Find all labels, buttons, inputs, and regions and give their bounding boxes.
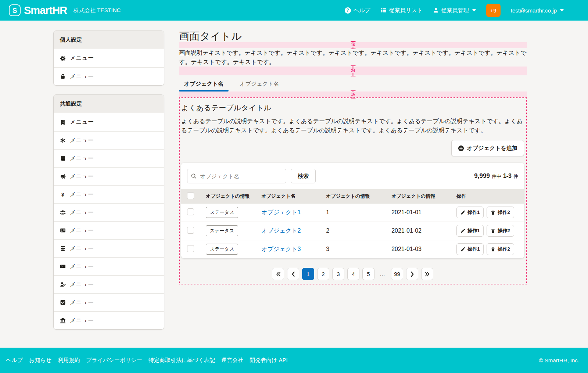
tab-object-1[interactable]: オブジェクト名	[179, 75, 229, 92]
status-badge: ステータス	[206, 207, 238, 218]
table-section-description: よくあるテーブルの説明テキストです。よくあるテーブルの説明テキストです。よくある…	[181, 116, 524, 135]
common-table-section: よくあるテーブルタイトル よくあるテーブルの説明テキストです。よくあるテーブルの…	[179, 97, 527, 284]
page-title: 画面タイトル	[179, 31, 527, 42]
sidebar-section-title: 個人設定	[54, 31, 164, 49]
sidebar-item-menu[interactable]: メニュー	[54, 275, 164, 293]
action2-button[interactable]: 操作2	[487, 225, 514, 237]
prev-page-button[interactable]	[287, 268, 299, 280]
sidebar-section-title: 共通設定	[54, 95, 164, 113]
sidebar-item-menu[interactable]: メニュー	[54, 67, 164, 85]
user-check-icon	[60, 281, 66, 287]
brand-name: SmartHR	[24, 4, 67, 17]
page-button-3[interactable]: 3	[332, 268, 344, 280]
book-icon	[60, 155, 66, 161]
chevron-left-icon	[291, 272, 296, 277]
last-page-button[interactable]	[421, 268, 433, 280]
row-checkbox[interactable]	[187, 208, 194, 215]
sidebar-item-menu[interactable]: メニュー	[54, 131, 164, 149]
trash-icon	[491, 210, 495, 215]
gear-icon	[60, 55, 66, 61]
sidebar-item-menu[interactable]: メニュー	[54, 49, 164, 67]
person-icon	[433, 7, 439, 13]
sidebar-item-menu[interactable]: メニュー	[54, 149, 164, 167]
sidebar-item-menu[interactable]: メニュー	[54, 113, 164, 131]
status-badge: ステータス	[206, 244, 238, 255]
company-name: 株式会社 TESTINC	[74, 7, 121, 14]
employee-list-link[interactable]: 従業員リスト	[381, 7, 423, 14]
id-card-icon	[60, 227, 66, 233]
sidebar-section-common: 共通設定 メニュー メニュー	[53, 94, 164, 330]
pencil-icon	[460, 210, 465, 215]
lock-icon	[60, 73, 66, 79]
footer-link-privacy[interactable]: プライバシーポリシー	[86, 357, 142, 364]
next-page-button[interactable]	[406, 268, 418, 280]
page-button-2[interactable]: 2	[317, 268, 329, 280]
page-button-5[interactable]: 5	[362, 268, 374, 280]
page-button-99[interactable]: 99	[391, 268, 403, 280]
footer-link-news[interactable]: お知らせ	[29, 357, 51, 364]
action1-button[interactable]: 操作1	[456, 243, 484, 255]
footer-links: ヘルプ お知らせ 利用規約 プライバシーポリシー 特定商取引法に基づく表記 運営…	[6, 357, 288, 364]
database-icon	[60, 245, 66, 251]
action2-button[interactable]: 操作2	[487, 207, 514, 218]
footer-link-operator[interactable]: 運営会社	[221, 357, 243, 364]
employee-admin-dropdown[interactable]: 従業員管理	[433, 7, 476, 14]
search-input[interactable]	[187, 169, 286, 183]
chevron-down-icon	[560, 9, 564, 11]
smarthr-logo-icon: S	[9, 4, 21, 16]
search-button[interactable]: 検索	[291, 169, 316, 183]
status-badge: ステータス	[206, 225, 238, 236]
content-area: 個人設定 メニュー メニュー 共通	[0, 21, 588, 348]
spacing-marker-16: 16	[179, 42, 527, 48]
action1-button[interactable]: 操作1	[456, 225, 484, 237]
help-link[interactable]: ? ヘルプ	[345, 7, 370, 14]
app-header: S SmartHR 株式会社 TESTINC ? ヘルプ 従業員リスト 従業員管…	[0, 0, 588, 21]
trash-icon	[491, 229, 495, 233]
table-section-title: よくあるテーブルタイトル	[181, 103, 524, 113]
add-object-button[interactable]: オブジェクトを追加	[451, 140, 524, 156]
pencil-icon	[460, 247, 465, 252]
column-header: 操作	[451, 189, 524, 203]
object-link[interactable]: オブジェクト3	[261, 246, 301, 252]
object-link[interactable]: オブジェクト1	[261, 209, 301, 215]
sidebar-item-menu[interactable]: メニュー	[54, 203, 164, 221]
table-row: ステータス オブジェクト2 2 2021-01-02 操作1	[181, 222, 524, 240]
tab-object-2[interactable]: オブジェクト名	[234, 75, 284, 92]
action1-button[interactable]: 操作1	[456, 207, 484, 218]
object-link[interactable]: オブジェクト2	[261, 227, 301, 234]
sidebar-item-menu[interactable]: ¥ メニュー	[54, 185, 164, 203]
asterisk-icon	[60, 137, 66, 143]
row-checkbox[interactable]	[187, 227, 194, 234]
sidebar-item-menu[interactable]: メニュー	[54, 311, 164, 329]
sidebar-item-menu[interactable]: メニュー	[54, 167, 164, 185]
sidebar-item-menu[interactable]: メニュー	[54, 239, 164, 257]
object-info-value: 1	[320, 203, 386, 222]
pagination: 1 2 3 4 5 … 99	[181, 268, 524, 280]
footer-link-help[interactable]: ヘルプ	[6, 357, 23, 364]
footer-link-terms[interactable]: 利用規約	[58, 357, 80, 364]
notification-badge[interactable]: +9	[486, 4, 501, 17]
row-checkbox[interactable]	[187, 245, 194, 252]
sidebar-section-personal: 個人設定 メニュー メニュー	[53, 31, 164, 86]
action2-button[interactable]: 操作2	[487, 243, 514, 255]
footer-link-commerce-law[interactable]: 特定商取引法に基づく表記	[148, 357, 215, 364]
sidebar-item-menu[interactable]: メニュー	[54, 257, 164, 275]
object-info-value: 2	[320, 222, 386, 240]
table-row: ステータス オブジェクト3 3 2021-01-03 操作1	[181, 240, 524, 258]
object-info-date: 2021-01-03	[386, 240, 451, 258]
bullhorn-icon	[60, 173, 66, 179]
sidebar-item-menu[interactable]: メニュー	[54, 221, 164, 239]
page-button-4[interactable]: 4	[347, 268, 359, 280]
table-row: ステータス オブジェクト1 1 2021-01-01 操作1	[181, 203, 524, 222]
sidebar: 個人設定 メニュー メニュー 共通	[53, 31, 164, 348]
result-count: 9,999 件中 1-3 件	[474, 172, 518, 180]
app-footer: ヘルプ お知らせ 利用規約 プライバシーポリシー 特定商取引法に基づく表記 運営…	[0, 348, 588, 373]
first-page-button[interactable]	[272, 268, 284, 280]
smarthr-logo[interactable]: S SmartHR	[9, 4, 67, 17]
select-all-checkbox[interactable]	[187, 192, 194, 199]
account-dropdown[interactable]: test@smarthr.co.jp	[511, 7, 564, 14]
page-button-1[interactable]: 1	[302, 268, 314, 280]
footer-link-developer-api[interactable]: 開発者向け API	[250, 357, 288, 364]
plus-circle-icon	[458, 145, 464, 151]
sidebar-item-menu[interactable]: メニュー	[54, 293, 164, 311]
